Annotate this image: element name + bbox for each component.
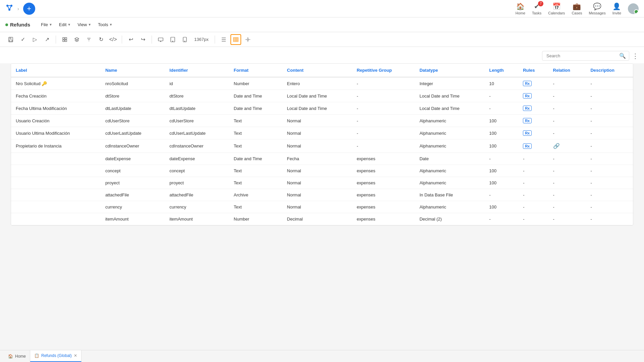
tab-home[interactable]: 🏠 Home — [4, 350, 30, 362]
cell-label — [11, 177, 101, 189]
svg-point-22 — [184, 41, 185, 42]
cell-name: cdInstanceOwner — [101, 139, 165, 153]
list-view-button[interactable] — [218, 34, 229, 45]
cell-datatype: Local Date and Time — [415, 102, 485, 115]
nav-home[interactable]: 🏠 Home — [516, 2, 525, 15]
toolbar-separator-4 — [215, 36, 215, 44]
menu-view[interactable]: View ▼ — [75, 22, 94, 27]
cell-rules[interactable]: Rx — [518, 90, 548, 102]
menu-edit[interactable]: Edit ▼ — [56, 22, 73, 27]
table-row: attachedFile attachedFile Archive Normal… — [11, 189, 633, 201]
nav-tasks[interactable]: ✔ Tasks 7 — [532, 2, 541, 15]
rules-rx-btn[interactable]: Rx — [523, 143, 532, 149]
cell-identifier: proyect — [165, 177, 229, 189]
cell-rules[interactable]: Rx — [518, 77, 548, 90]
tasks-badge: 7 — [538, 1, 543, 6]
svg-rect-12 — [65, 40, 67, 42]
cell-name: currency — [101, 201, 165, 213]
tablet-view-button[interactable] — [167, 34, 178, 45]
cell-rules[interactable]: Rx — [518, 139, 548, 153]
run-button[interactable]: ▷ — [30, 34, 40, 45]
cell-repetitive-group: expenses — [352, 165, 415, 177]
cell-datatype: In Data Base File — [415, 189, 485, 201]
search-submit-button[interactable]: 🔍 — [616, 51, 629, 61]
nav-invite[interactable]: 👤 Invite — [612, 2, 621, 15]
cell-rules[interactable]: Rx — [518, 127, 548, 139]
refresh-button[interactable]: ↻ — [96, 34, 106, 45]
cell-description: - — [586, 177, 633, 189]
cell-length: - — [484, 102, 518, 115]
cell-repetitive-group: - — [352, 127, 415, 139]
nav-cases-label: Cases — [572, 11, 582, 15]
cell-rules: - — [518, 165, 548, 177]
tab-refunds-label: Refunds (Global) — [41, 353, 72, 358]
menu-tools[interactable]: Tools ▼ — [95, 22, 115, 27]
cell-length: - — [484, 90, 518, 102]
menu-view-arrow: ▼ — [88, 23, 91, 26]
toolbar: ✓ ▷ ↗ ↻ </> ↩ ↪ 1367px — [0, 32, 644, 47]
cell-format: Number — [229, 213, 282, 225]
cell-length: 10 — [484, 77, 518, 90]
col-length: Length — [484, 64, 518, 77]
cell-identifier: id — [165, 77, 229, 90]
cell-content: Decimal — [282, 213, 352, 225]
col-rules: Rules — [518, 64, 548, 77]
cell-description: - — [586, 189, 633, 201]
table-wrap: Label Name Identifier Format Content Rep… — [11, 63, 633, 226]
cell-label: Fecha Creación — [11, 90, 101, 102]
menu-file[interactable]: File ▼ — [38, 22, 55, 27]
grid-button[interactable] — [59, 34, 70, 45]
cell-content: Normal — [282, 177, 352, 189]
rules-rx-btn[interactable]: Rx — [523, 118, 532, 123]
layers-button[interactable] — [71, 34, 82, 45]
export-button[interactable]: ↗ — [42, 34, 52, 45]
more-options-button[interactable]: ⋮ — [632, 52, 639, 60]
rules-rx-btn[interactable]: Rx — [523, 93, 532, 99]
relation-icon: 🔗 — [553, 143, 560, 149]
cell-datatype: Integer — [415, 77, 485, 90]
nav-messages[interactable]: 💬 Messages — [589, 2, 606, 15]
menu-edit-arrow: ▼ — [67, 23, 71, 26]
rules-rx-btn[interactable]: Rx — [523, 106, 532, 111]
cell-rules[interactable]: Rx — [518, 102, 548, 115]
svg-rect-11 — [63, 40, 64, 42]
col-repetitive-group: Repetitive Group — [352, 64, 415, 77]
cell-format: Text — [229, 115, 282, 127]
rules-rx-btn[interactable]: Rx — [523, 130, 532, 136]
cell-format: Text — [229, 139, 282, 153]
cell-description: - — [586, 127, 633, 139]
nav-calendars[interactable]: 📅 Calendars — [548, 2, 565, 15]
undo-button[interactable]: ↩ — [125, 34, 136, 45]
tab-refunds[interactable]: 📋 Refunds (Global) ✕ — [30, 350, 82, 362]
filter-button[interactable] — [84, 34, 94, 45]
svg-line-5 — [9, 6, 11, 10]
add-button[interactable]: + — [23, 3, 35, 15]
rules-rx-btn[interactable]: Rx — [523, 81, 532, 86]
cell-rules: - — [518, 201, 548, 213]
cell-label — [11, 165, 101, 177]
user-avatar[interactable] — [628, 3, 639, 14]
col-content: Content — [282, 64, 352, 77]
cell-datatype: Alphanumeric — [415, 165, 485, 177]
check-button[interactable]: ✓ — [17, 34, 28, 45]
col-description: Description — [586, 64, 633, 77]
tab-home-icon: 🏠 — [8, 354, 13, 359]
cell-relation: - — [548, 153, 586, 165]
cell-content: Local Date and Time — [282, 102, 352, 115]
code-button[interactable]: </> — [108, 34, 118, 45]
tab-close-button[interactable]: ✕ — [74, 353, 77, 358]
cell-content: Normal — [282, 189, 352, 201]
nav-cases[interactable]: 💼 Cases — [572, 2, 582, 15]
table-view-button[interactable] — [230, 34, 241, 45]
cell-rules[interactable]: Rx — [518, 115, 548, 127]
desktop-view-button[interactable] — [155, 34, 166, 45]
save-button[interactable] — [5, 34, 16, 45]
px-label: 1367px — [192, 37, 211, 42]
settings-button[interactable] — [243, 34, 253, 45]
cell-description: - — [586, 77, 633, 90]
cell-label — [11, 153, 101, 165]
redo-button[interactable]: ↪ — [138, 34, 148, 45]
mobile-view-button[interactable] — [179, 34, 190, 45]
cell-name: proyect — [101, 177, 165, 189]
nav-invite-label: Invite — [612, 11, 621, 15]
